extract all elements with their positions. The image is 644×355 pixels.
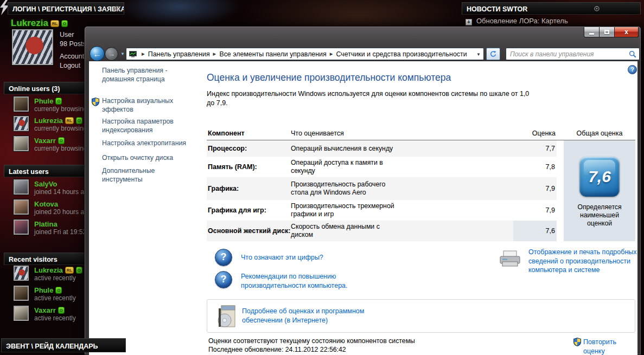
software-box-icon bbox=[216, 304, 238, 329]
event-calendar-title: ЭВЕНТ \ РЕЙД КАЛЕНДАРЬ bbox=[6, 343, 98, 350]
column-header-overall: Общая оценка bbox=[564, 130, 635, 137]
question-mark-icon[interactable]: ? bbox=[215, 249, 232, 266]
online-users-title: Online users (3) bbox=[9, 85, 60, 93]
avatar[interactable] bbox=[14, 286, 29, 301]
page-title: Оценка и увеличение производительности к… bbox=[207, 72, 451, 83]
breadcrumb-performance-tools[interactable]: Счетчики и средства производительности bbox=[336, 50, 467, 58]
avatar[interactable] bbox=[14, 116, 29, 131]
component-description: Операций доступа к памяти в секунду bbox=[291, 159, 399, 175]
help-icon[interactable]: ? bbox=[628, 65, 637, 74]
table-header: Компонент Что оценивается Оценка Общая о… bbox=[207, 126, 635, 140]
panel-settings-icon[interactable] bbox=[114, 5, 120, 12]
badge-online: O bbox=[55, 98, 62, 105]
breadcrumb-separator-icon: ▶ bbox=[330, 51, 333, 56]
question-mark-icon[interactable]: ? bbox=[215, 271, 232, 288]
badge-online: O bbox=[55, 287, 62, 294]
breadcrumb-control-panel[interactable]: Панель управления bbox=[148, 50, 210, 58]
avatar[interactable] bbox=[14, 179, 29, 195]
online-user-name[interactable]: LukreziaRLO bbox=[34, 117, 82, 125]
refresh-button[interactable] bbox=[486, 48, 500, 60]
component-score: 7,9 bbox=[513, 177, 557, 200]
uac-shield-icon bbox=[573, 338, 581, 346]
column-header-score: Оценка bbox=[513, 130, 557, 137]
address-dropdown-icon[interactable]: ▼ bbox=[476, 52, 481, 57]
panel-settings-icon[interactable] bbox=[594, 5, 600, 12]
window-body: Панель управления - домашняя страница На… bbox=[89, 61, 637, 355]
online-user-name[interactable]: VaxarrO bbox=[34, 137, 65, 145]
intro-text-line2: до 7,9. bbox=[207, 99, 228, 108]
news-item[interactable]: +Обновление ЛОРа: Картель bbox=[466, 17, 568, 25]
latest-user-status: joined 20 hours ago bbox=[34, 208, 91, 216]
avatar[interactable] bbox=[14, 199, 29, 215]
recent-visitor-name[interactable]: LukreziaRLO bbox=[34, 266, 82, 274]
forward-button[interactable]: → bbox=[105, 47, 118, 61]
breadcrumb-all-items[interactable]: Все элементы панели управления bbox=[219, 50, 326, 58]
badge-online: O bbox=[61, 20, 68, 27]
online-info-link[interactable]: Подробнее об оценках и программном обесп… bbox=[242, 307, 399, 325]
sidebar-item-visual-effects[interactable]: Настройка визуальных эффектов bbox=[102, 97, 189, 114]
logout-link[interactable]: Logout bbox=[60, 62, 80, 69]
news-panel-header: НОВОСТИ SWTOR bbox=[462, 2, 641, 15]
recent-visitors-title: Recent visitors bbox=[9, 256, 58, 263]
table-row: Основной жесткий диск: Скорость обмена д… bbox=[207, 221, 557, 241]
history-dropdown-icon[interactable]: ▼ bbox=[120, 51, 125, 56]
avatar[interactable] bbox=[14, 306, 29, 321]
profile-role: User bbox=[60, 31, 74, 38]
performance-tools-window: x ← → ▼ ▶ Панель управления ▶ Все элемен… bbox=[84, 26, 641, 355]
sidebar-item-control-panel-home[interactable]: Панель управления - домашняя страница bbox=[102, 67, 186, 83]
login-panel-title: ЛОГИН \ РЕГИСТРАЦИЯ \ ЗАЯВКА bbox=[12, 5, 124, 13]
recent-visitor-name[interactable]: VaxarrO bbox=[34, 306, 65, 314]
improve-performance-link[interactable]: Рекомендации по повышению производительн… bbox=[241, 272, 366, 290]
breadcrumb-separator-icon: ▶ bbox=[213, 51, 216, 56]
component-name: Память (RAM): bbox=[207, 163, 291, 171]
recent-visitor-status: active recently bbox=[34, 294, 76, 302]
breadcrumb-separator-icon: ▶ bbox=[142, 51, 145, 56]
performance-monitor-icon bbox=[129, 51, 137, 57]
close-button[interactable]: x bbox=[614, 27, 639, 37]
overall-score-panel: 7,6 Определяется наименьшей оценкой bbox=[564, 140, 635, 241]
component-name: Процессор: bbox=[207, 145, 291, 153]
intro-text-line1: Индекс производительности Windows исполь… bbox=[207, 89, 529, 99]
news-item-label[interactable]: Обновление ЛОРа: Картель bbox=[476, 17, 568, 25]
expand-icon[interactable]: + bbox=[466, 19, 472, 25]
latest-user-name[interactable]: Kotova bbox=[34, 200, 58, 208]
screen: ЛОГИН \ РЕГИСТРАЦИЯ \ ЗАЯВКА LukreziaRLO… bbox=[0, 0, 644, 355]
what-do-numbers-mean-link[interactable]: Что означают эти цифры? bbox=[241, 253, 323, 262]
maximize-icon bbox=[604, 30, 609, 34]
avatar[interactable] bbox=[14, 136, 29, 151]
avatar[interactable] bbox=[14, 266, 29, 281]
refresh-icon bbox=[489, 50, 497, 58]
avatar[interactable] bbox=[14, 96, 29, 112]
sidebar-item-disk-cleanup[interactable]: Открыть очистку диска bbox=[102, 154, 197, 163]
minimize-button[interactable] bbox=[584, 27, 600, 37]
recent-visitor-name[interactable]: PhuleO bbox=[34, 286, 62, 294]
latest-user-name[interactable]: Platina bbox=[34, 220, 58, 228]
column-header-component: Компонент bbox=[207, 130, 291, 137]
badge-rl: RL bbox=[65, 267, 74, 274]
profile-username[interactable]: LukreziaRLO bbox=[11, 18, 68, 29]
online-user-name[interactable]: PhuleO bbox=[34, 97, 62, 105]
address-bar[interactable]: ▶ Панель управления ▶ Все элементы панел… bbox=[126, 48, 484, 60]
recent-visitor-status: active recently bbox=[34, 274, 76, 282]
account-link[interactable]: Account bbox=[60, 53, 84, 60]
component-description: Производительность рабочего стола для Wi… bbox=[291, 180, 399, 197]
component-description: Производительность трехмерной графики и … bbox=[291, 202, 399, 218]
rerun-assessment-link[interactable]: Повторить оценку bbox=[583, 338, 637, 355]
search-input[interactable] bbox=[506, 48, 630, 60]
maximize-button[interactable] bbox=[600, 27, 614, 37]
sidebar-item-indexing-options[interactable]: Настройка параметров индексирования bbox=[102, 118, 189, 134]
component-name: Основной жесткий диск: bbox=[207, 227, 291, 235]
back-button[interactable]: ← bbox=[90, 46, 105, 61]
badge-online: O bbox=[76, 267, 82, 274]
profile-avatar[interactable] bbox=[12, 29, 53, 65]
latest-user-name[interactable]: SalyVo bbox=[34, 180, 57, 188]
overall-score-badge: 7,6 bbox=[579, 157, 620, 197]
print-details-link[interactable]: Отображение и печать подробных сведений … bbox=[528, 248, 644, 275]
sidebar-item-power-settings[interactable]: Настройка электропитания bbox=[102, 139, 197, 148]
search-box bbox=[506, 48, 640, 60]
recent-visitor-status: active recently bbox=[34, 314, 76, 322]
avatar[interactable] bbox=[14, 220, 29, 235]
score-table: Процессор: Операций вычисления в секунду… bbox=[207, 140, 557, 241]
sidebar-item-advanced-tools[interactable]: Дополнительные инструменты bbox=[102, 167, 189, 184]
uac-shield-icon bbox=[92, 98, 99, 106]
